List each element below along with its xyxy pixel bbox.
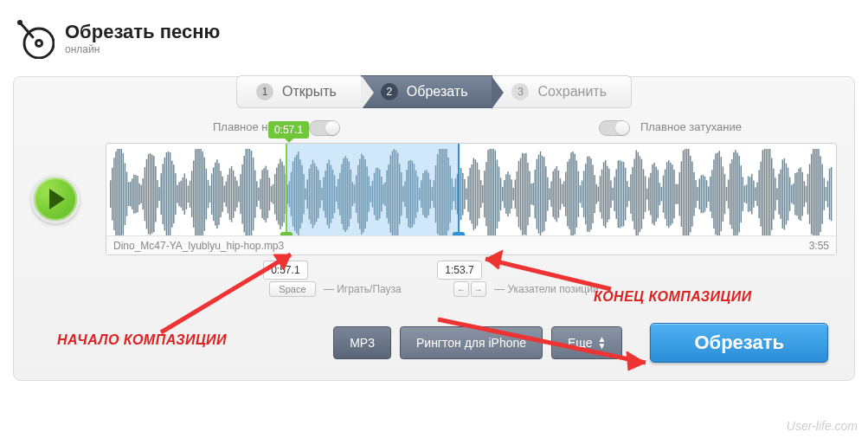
svg-rect-21 [138, 184, 139, 205]
svg-rect-261 [572, 151, 573, 236]
svg-rect-284 [614, 177, 614, 211]
svg-rect-232 [520, 158, 521, 230]
svg-rect-313 [666, 162, 667, 226]
format-more-button[interactable]: Еще ▲▼ [551, 326, 622, 359]
svg-rect-355 [743, 177, 743, 211]
svg-rect-233 [522, 153, 523, 235]
svg-rect-90 [263, 168, 264, 220]
svg-rect-299 [641, 159, 642, 229]
play-button[interactable] [31, 175, 80, 223]
svg-rect-283 [612, 188, 613, 201]
svg-rect-301 [645, 176, 646, 211]
svg-rect-231 [518, 161, 519, 228]
svg-rect-252 [556, 166, 557, 222]
svg-rect-5 [110, 180, 111, 208]
svg-rect-357 [746, 184, 747, 203]
svg-rect-392 [809, 164, 810, 223]
svg-rect-10 [119, 149, 119, 239]
svg-rect-6 [112, 168, 113, 221]
svg-rect-342 [718, 151, 719, 237]
svg-rect-223 [504, 180, 505, 208]
step-open[interactable]: 1 Открыть [236, 75, 361, 108]
svg-rect-50 [191, 171, 192, 217]
svg-rect-202 [466, 189, 466, 200]
svg-rect-339 [713, 159, 714, 229]
svg-rect-230 [517, 171, 518, 216]
logo-vinyl-icon [13, 17, 55, 59]
svg-rect-259 [569, 159, 569, 229]
svg-rect-72 [231, 166, 232, 222]
svg-rect-20 [137, 176, 138, 212]
svg-rect-97 [276, 168, 277, 221]
svg-rect-298 [640, 156, 640, 232]
svg-rect-19 [135, 175, 136, 213]
svg-rect-384 [794, 173, 795, 216]
svg-rect-278 [603, 162, 604, 226]
svg-rect-338 [711, 170, 712, 218]
svg-rect-63 [215, 163, 215, 226]
svg-rect-341 [717, 152, 717, 235]
cut-button[interactable]: Обрезать [650, 323, 828, 363]
svg-rect-345 [724, 174, 725, 214]
end-time-input[interactable] [437, 261, 482, 280]
svg-rect-25 [146, 159, 147, 229]
svg-rect-289 [623, 162, 624, 226]
svg-rect-18 [133, 175, 134, 214]
step-breadcrumb: 1 Открыть 2 Обрезать 3 Сохранить [14, 75, 854, 108]
start-time-flag: 0:57.1 [268, 121, 309, 138]
svg-point-4 [17, 20, 23, 25]
svg-rect-238 [530, 184, 531, 204]
format-mp3-button[interactable]: MP3 [333, 326, 391, 359]
annotation-end-label: КОНЕЦ КОМПАЗИЦИИ [594, 289, 752, 305]
svg-rect-17 [132, 178, 132, 209]
svg-rect-374 [776, 188, 777, 200]
svg-rect-356 [744, 185, 745, 202]
svg-rect-327 [691, 162, 692, 227]
svg-rect-267 [583, 171, 584, 217]
svg-rect-382 [791, 185, 792, 203]
fade-in-toggle[interactable] [309, 120, 340, 136]
svg-rect-359 [749, 177, 750, 211]
svg-rect-302 [646, 189, 647, 200]
step-cut-active[interactable]: 2 Обрезать [361, 75, 493, 108]
svg-rect-389 [804, 181, 805, 207]
svg-rect-269 [587, 157, 588, 232]
format-iphone-button[interactable]: Рингтон для iPhone [400, 326, 543, 359]
svg-rect-91 [266, 166, 267, 222]
svg-rect-282 [610, 180, 611, 208]
svg-rect-262 [574, 154, 575, 235]
svg-rect-84 [253, 158, 254, 230]
sort-icon: ▲▼ [598, 336, 607, 350]
svg-rect-381 [789, 177, 790, 211]
svg-rect-395 [814, 149, 815, 239]
svg-rect-55 [200, 149, 201, 239]
step-save[interactable]: 3 Сохранить [492, 75, 632, 108]
svg-rect-391 [807, 174, 808, 215]
svg-rect-61 [211, 174, 212, 215]
svg-rect-65 [218, 163, 219, 224]
start-time-input[interactable] [263, 261, 308, 280]
svg-rect-335 [706, 180, 707, 208]
svg-rect-254 [560, 178, 561, 209]
svg-rect-13 [125, 163, 125, 225]
svg-rect-268 [585, 164, 586, 224]
editor-panel: 1 Открыть 2 Обрезать 3 Сохранить Плавное… [13, 76, 855, 381]
svg-rect-265 [580, 185, 581, 203]
waveform-container[interactable]: 0:57.1 Dino_Mc47-YA_lyublyu_hip-hop.mp3 … [106, 143, 837, 255]
svg-rect-334 [704, 177, 705, 212]
svg-rect-383 [793, 184, 794, 204]
svg-rect-40 [173, 164, 174, 223]
fade-out-toggle[interactable] [599, 120, 630, 136]
svg-rect-235 [525, 153, 526, 235]
svg-rect-304 [650, 173, 651, 216]
svg-rect-396 [816, 149, 817, 239]
svg-rect-24 [145, 167, 145, 221]
svg-rect-358 [748, 177, 749, 212]
svg-rect-203 [467, 177, 468, 212]
svg-rect-263 [576, 160, 577, 228]
selection-region[interactable]: 0:57.1 [286, 144, 460, 235]
svg-rect-206 [473, 158, 474, 230]
svg-rect-79 [243, 156, 244, 232]
svg-rect-76 [238, 186, 239, 202]
svg-rect-222 [502, 187, 503, 202]
